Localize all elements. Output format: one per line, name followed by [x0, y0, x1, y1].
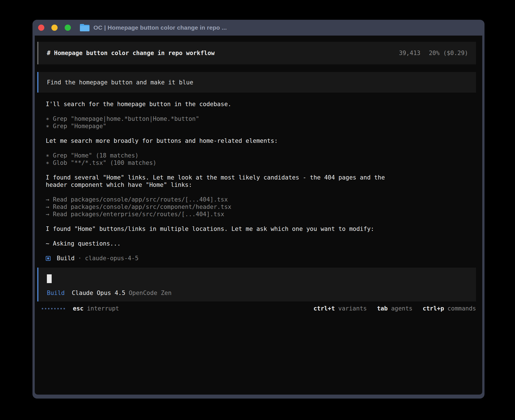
session-header: # Homepage button color change in repo w… [37, 42, 476, 64]
conversation-line: ~ Asking questions... [46, 240, 476, 247]
minimize-button-icon[interactable] [51, 25, 58, 31]
traffic-lights [38, 25, 71, 31]
user-message-text: Find the homepage button and make it blu… [47, 79, 193, 86]
hint-key: tab [377, 305, 388, 312]
conversation-line: → Read packages/console/app/src/componen… [46, 203, 476, 211]
input-model-label[interactable]: Claude Opus 4.5 [72, 289, 125, 297]
keyboard-hint: ctrl+tvariants [313, 305, 367, 312]
agent-build-icon [46, 256, 51, 261]
context-usage: 20% ($0.29) [429, 49, 468, 57]
token-count: 39,413 [399, 49, 420, 57]
keyboard-hint: tabagents [377, 305, 413, 312]
zoom-button-icon[interactable] [65, 25, 71, 31]
user-message: Find the homepage button and make it blu… [37, 72, 476, 93]
model-name: claude-opus-4-5 [85, 255, 139, 262]
conversation-line: I found several "Home" links. Let me loo… [46, 174, 476, 181]
text-cursor [47, 274, 52, 283]
status-bar-right: ctrl+tvariantstabagentsctrl+pcommands [303, 305, 476, 312]
conversation-line [46, 218, 476, 225]
conversation-line [46, 130, 476, 137]
spinner-dots-icon [42, 308, 65, 309]
conversation-line: ∗ Grep "homepage|home.*button|Home.*butt… [46, 115, 476, 123]
window-titlebar[interactable]: OC | Homepage button color change in rep… [32, 20, 485, 36]
input-agent-label[interactable]: Build [47, 289, 65, 297]
hint-label: agents [391, 305, 413, 312]
terminal-content: # Homepage button color change in repo w… [35, 36, 482, 395]
keyboard-hint: escinterrupt [73, 305, 119, 312]
conversation: I'll search for the homepage button in t… [37, 100, 476, 262]
status-bar-left: escinterrupt [42, 305, 119, 312]
status-bar: escinterrupt ctrl+tvariantstabagentsctrl… [37, 305, 476, 312]
agent-status-row: Build · claude-opus-4-5 [46, 255, 476, 262]
conversation-line: ∗ Glob "**/*.tsx" (100 matches) [46, 159, 476, 167]
input-meta: Build Claude Opus 4.5 OpenCode Zen [47, 289, 468, 297]
conversation-line [46, 145, 476, 152]
conversation-line [46, 108, 476, 115]
conversation-line: I'll search for the homepage button in t… [46, 100, 476, 108]
conversation-line: → Read packages/enterprise/src/routes/[.… [46, 211, 476, 218]
hint-label: commands [448, 305, 476, 312]
conversation-line: ∗ Grep "Homepage" [46, 123, 476, 130]
prompt-input[interactable]: Build Claude Opus 4.5 OpenCode Zen [37, 268, 476, 301]
conversation-line: Let me search more broadly for buttons a… [46, 137, 476, 145]
conversation-line [46, 167, 476, 174]
conversation-line: → Read packages/console/app/src/routes/[… [46, 196, 476, 203]
hint-label: variants [338, 305, 367, 312]
keyboard-hint: ctrl+pcommands [423, 305, 476, 312]
hint-key: ctrl+p [423, 305, 444, 312]
session-stats: 39,413 20% ($0.29) [399, 49, 468, 57]
separator-dot: · [78, 255, 82, 262]
conversation-line: header component which have "Home" links… [46, 181, 476, 189]
conversation-line: I found "Home" buttons/links in multiple… [46, 225, 476, 233]
conversation-line [46, 189, 476, 196]
hint-key: esc [73, 305, 84, 312]
close-button-icon[interactable] [38, 25, 44, 31]
folder-icon [80, 24, 90, 31]
hint-key: ctrl+t [313, 305, 335, 312]
terminal-window: OC | Homepage button color change in rep… [32, 20, 485, 399]
window-title: OC | Homepage button color change in rep… [93, 24, 227, 31]
conversation-line: ∗ Grep "Home" (18 matches) [46, 152, 476, 159]
session-title: # Homepage button color change in repo w… [47, 49, 215, 57]
input-provider-label: OpenCode Zen [129, 289, 172, 297]
hint-label: interrupt [87, 305, 119, 312]
conversation-line [46, 233, 476, 240]
agent-name: Build [57, 255, 75, 262]
